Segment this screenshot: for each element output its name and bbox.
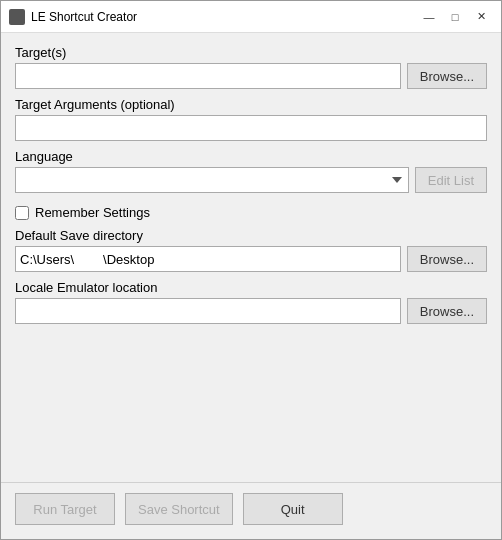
target-args-section: Target Arguments (optional)	[15, 97, 487, 141]
target-args-label: Target Arguments (optional)	[15, 97, 487, 112]
app-icon	[9, 9, 25, 25]
locale-emulator-input[interactable]	[15, 298, 401, 324]
target-args-input[interactable]	[15, 115, 487, 141]
quit-button[interactable]: Quit	[243, 493, 343, 525]
locale-emulator-label: Locale Emulator location	[15, 280, 487, 295]
remember-settings-label[interactable]: Remember Settings	[35, 205, 150, 220]
targets-section: Target(s) Browse...	[15, 45, 487, 89]
save-shortcut-button[interactable]: Save Shortcut	[125, 493, 233, 525]
target-args-row	[15, 115, 487, 141]
targets-row: Browse...	[15, 63, 487, 89]
run-target-button[interactable]: Run Target	[15, 493, 115, 525]
minimize-button[interactable]: —	[417, 7, 441, 27]
close-button[interactable]: ✕	[469, 7, 493, 27]
default-save-row: Browse...	[15, 246, 487, 272]
locale-emulator-row: Browse...	[15, 298, 487, 324]
default-save-input[interactable]	[15, 246, 401, 272]
window-title: LE Shortcut Creator	[31, 10, 137, 24]
title-bar-left: LE Shortcut Creator	[9, 9, 137, 25]
main-window: LE Shortcut Creator — □ ✕ Target(s) Brow…	[0, 0, 502, 540]
language-select[interactable]	[15, 167, 409, 193]
locale-emulator-section: Locale Emulator location Browse...	[15, 280, 487, 324]
targets-input[interactable]	[15, 63, 401, 89]
language-label: Language	[15, 149, 487, 164]
remember-settings-checkbox[interactable]	[15, 206, 29, 220]
maximize-button[interactable]: □	[443, 7, 467, 27]
default-save-section: Default Save directory Browse...	[15, 228, 487, 272]
edit-list-button[interactable]: Edit List	[415, 167, 487, 193]
remember-settings-row: Remember Settings	[15, 205, 487, 220]
default-save-browse-button[interactable]: Browse...	[407, 246, 487, 272]
targets-browse-button[interactable]: Browse...	[407, 63, 487, 89]
title-bar: LE Shortcut Creator — □ ✕	[1, 1, 501, 33]
title-controls: — □ ✕	[417, 7, 493, 27]
locale-emulator-browse-button[interactable]: Browse...	[407, 298, 487, 324]
default-save-label: Default Save directory	[15, 228, 487, 243]
language-row: Edit List	[15, 167, 487, 193]
footer: Run Target Save Shortcut Quit	[1, 482, 501, 539]
targets-label: Target(s)	[15, 45, 487, 60]
language-section: Language Edit List	[15, 149, 487, 193]
content-area: Target(s) Browse... Target Arguments (op…	[1, 33, 501, 482]
